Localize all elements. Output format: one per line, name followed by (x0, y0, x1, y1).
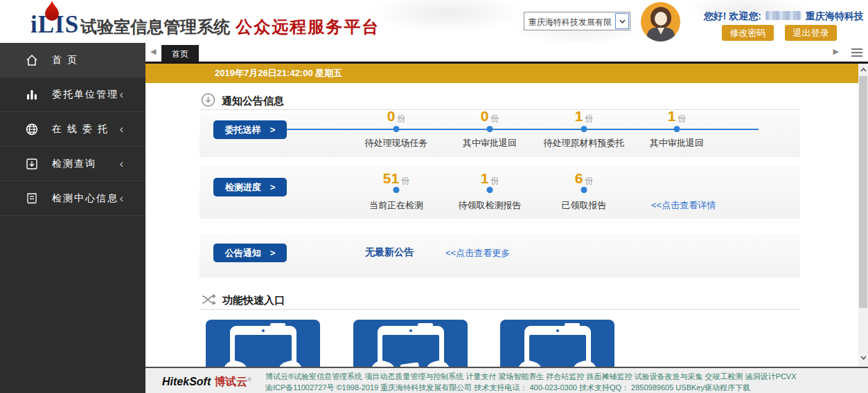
section-divider (200, 309, 800, 310)
bar-chart-icon (25, 88, 39, 102)
sidebar-item-online-commission[interactable]: 在 线 委 托 ‹ (0, 112, 145, 147)
stat-value: 51份 (383, 170, 409, 187)
logo-system-name: 试验室信息管理系统 (80, 16, 230, 38)
stat-value: 1份 (575, 108, 594, 125)
view-details-link[interactable]: <<点击查看详情 (651, 199, 716, 212)
arrow-right-icon: > (270, 125, 276, 135)
section-divider (200, 109, 800, 110)
quick-entry-card-1[interactable]: ••• (206, 320, 320, 367)
welcome-message: 您好! 欢迎您:重庆海特科技 (700, 10, 864, 23)
quick-entry-card-3[interactable]: 10+ (500, 320, 614, 367)
sidebar-item-home[interactable]: 首 页 (0, 43, 145, 77)
hiteksoft-logo: HitekSoft博试云® (162, 375, 251, 390)
tab-scroll-right-icon[interactable]: ▶ (833, 47, 839, 56)
tab-list-menu-icon[interactable] (851, 48, 862, 59)
arrow-right-icon: > (270, 248, 276, 258)
stat-value: 0份 (387, 108, 406, 125)
vertical-scrollbar[interactable] (858, 64, 868, 367)
flame-icon (44, 1, 60, 24)
consign-timeline (287, 129, 759, 130)
timeline-dot (581, 187, 587, 193)
scroll-up-icon[interactable] (858, 64, 868, 75)
quick-entry-section-title: 功能快速入口 (201, 293, 285, 309)
timeline-dot (581, 126, 587, 132)
no-notice-text: 无最新公告 (365, 246, 414, 259)
welcome-company: 重庆海特科技 (806, 10, 864, 21)
timeline-dot (487, 187, 493, 193)
sidebar-item-label: 检测中心信息 (52, 192, 118, 205)
stat-value: 6份 (575, 170, 594, 187)
stat-label: 其中审批退回 (650, 137, 704, 149)
footer-copyright-line: 渝ICP备11002727号 ©1998-2019 重庆海特科技发展有限公司 技… (265, 382, 797, 393)
consign-row-background (200, 113, 800, 157)
submenu-chevron-icon: ‹ (120, 124, 123, 135)
footer-products-line: 博试云®试验室信息管理系统 项目动态质量管理与控制系统 计量支付 梁场智能养生 … (265, 371, 797, 382)
submenu-chevron-icon: ‹ (120, 158, 123, 170)
timeline-dot (393, 187, 400, 193)
logo-platform-name: 公众远程服务平台 (236, 16, 380, 38)
company-select-value: 重庆海特科技发展有限 (529, 17, 614, 28)
submenu-chevron-icon: ‹ (120, 89, 123, 100)
avatar-face (655, 12, 667, 26)
view-more-link[interactable]: <<点击查看更多 (445, 247, 510, 259)
stat-label: 待领取检测报告 (459, 199, 522, 212)
avatar[interactable] (641, 2, 680, 42)
home-icon (25, 53, 39, 67)
sidebar: 首 页 委托单位管理 ‹ 在 线 委 托 ‹ 检测查询 ‹ 检测中心信息 ‹ (0, 43, 145, 393)
tablet-illustration (230, 326, 296, 367)
stat-label: 已领取报告 (562, 199, 607, 212)
section-title-text: 功能快速入口 (222, 294, 285, 307)
quick-entry-card-2[interactable]: ✓ (353, 320, 468, 367)
submenu-chevron-icon: ‹ (120, 193, 123, 204)
download-circle-icon (201, 93, 215, 109)
globe-icon (25, 122, 39, 136)
welcome-prefix: 您好! 欢迎您: (704, 10, 761, 21)
section-title-text: 通知公告信息 (222, 95, 284, 108)
tablet-illustration (524, 326, 591, 367)
current-datetime: 2019年7月26日21:42:00 星期五 (215, 68, 342, 78)
sidebar-item-label: 在 线 委 托 (52, 123, 109, 136)
download-box-icon (25, 157, 39, 171)
tab-home[interactable]: 首页 (161, 45, 199, 62)
consign-sample-button[interactable]: 委托送样> (213, 120, 287, 139)
date-bar: 2019年7月26日21:42:00 星期五 (145, 64, 858, 83)
logout-button[interactable]: 退出登录 (785, 25, 837, 41)
announcement-button[interactable]: 公告通知> (213, 244, 287, 262)
scroll-down-icon[interactable] (858, 352, 868, 363)
scrollbar-thumb[interactable] (859, 76, 867, 308)
main-content: 通知公告信息 委托送样> 0份 0份 1份 1份 待处理现场任务 其中审批退回 … (145, 83, 858, 367)
usbkey-download-link[interactable]: USBKey驱动程序下载 (675, 383, 750, 392)
timeline-dot (487, 126, 493, 132)
footer: HitekSoft博试云® 博试云®试验室信息管理系统 项目动态质量管理与控制系… (145, 367, 868, 393)
stat-label: 待处理现场任务 (365, 137, 428, 149)
header: iLIS 试验室信息管理系统 公众远程服务平台 重庆海特科技发展有限 您好! 欢… (0, 0, 868, 43)
stat-value: 0份 (481, 108, 499, 125)
tab-bar: ◀ 首页 ▶ (145, 43, 868, 64)
test-progress-button[interactable]: 检测进度> (213, 178, 287, 196)
stat-value: 1份 (481, 170, 499, 187)
shuffle-icon (201, 293, 216, 309)
timeline-dot (393, 126, 400, 132)
redacted-username (765, 11, 801, 20)
footer-text: 博试云®试验室信息管理系统 项目动态质量管理与控制系统 计量支付 梁场智能养生 … (265, 371, 797, 393)
sidebar-item-client-management[interactable]: 委托单位管理 ‹ (0, 77, 145, 112)
tablet-illustration (378, 326, 444, 367)
stat-label: 其中审批退回 (463, 137, 517, 149)
company-select[interactable]: 重庆海特科技发展有限 (524, 12, 630, 30)
tab-scroll-left-icon[interactable]: ◀ (150, 47, 156, 56)
chevron-down-icon[interactable] (615, 13, 629, 29)
sidebar-item-test-query[interactable]: 检测查询 ‹ (0, 147, 145, 181)
stat-value: 1份 (668, 108, 687, 125)
notice-section-title: 通知公告信息 (201, 93, 284, 109)
arrow-right-icon: > (270, 182, 276, 192)
app-logo: iLIS 试验室信息管理系统 公众远程服务平台 (30, 11, 380, 39)
document-icon (25, 192, 39, 205)
sidebar-item-label: 委托单位管理 (52, 89, 118, 101)
timeline-dot (674, 126, 680, 132)
stat-label: 待处理原材料预委托 (544, 137, 625, 149)
stat-label: 当前正在检测 (369, 199, 423, 212)
change-password-button[interactable]: 修改密码 (722, 25, 774, 41)
sidebar-item-test-center-info[interactable]: 检测中心信息 ‹ (0, 181, 145, 216)
sidebar-item-label: 首 页 (52, 54, 78, 66)
sidebar-item-label: 检测查询 (52, 158, 96, 170)
